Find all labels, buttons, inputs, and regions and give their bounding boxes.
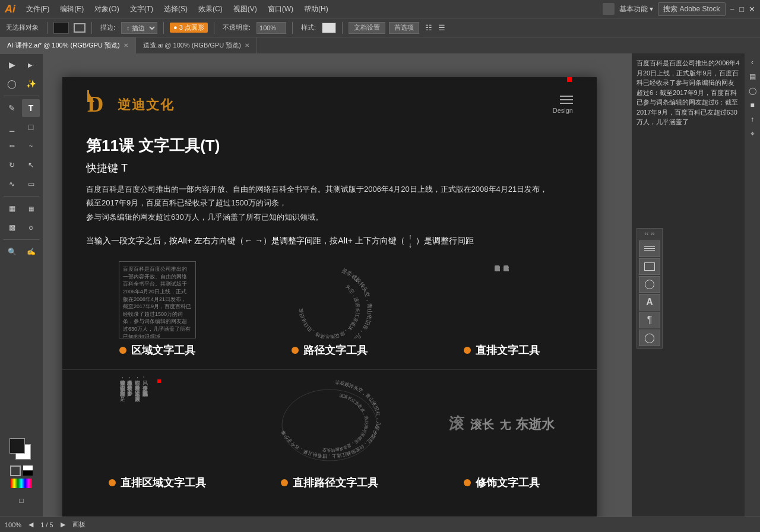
design-menu: Design [553,96,573,114]
align-icon[interactable]: ☰ [438,23,445,32]
style-swatch[interactable] [322,23,336,33]
mini-btn-rect[interactable] [639,258,660,275]
path-text-example: 是非成败转头空，青山依旧在，几度夕阳红。是非成败转 头空，滚滚长江东逝水，浪花淘… [246,261,413,357]
menu-select[interactable]: 选择(S) [159,3,192,15]
mini-btn-type-A[interactable]: A [639,294,660,311]
opacity-input[interactable] [256,22,286,34]
nav-prev[interactable]: ◀ [28,521,33,528]
chart-tool[interactable]: ▩ [3,218,21,236]
desc-block: 百度百科是百度公司推出的一部内容开放、自由的网络百科全书平台。其测试版于2006… [62,182,597,224]
color-spectrum[interactable] [11,479,32,488]
lasso-tool[interactable]: ◯ [3,75,21,93]
sep1 [47,22,48,34]
mini-collapse-icon[interactable]: ‹‹ [644,230,648,237]
rotate-tool[interactable]: ↻ [3,156,21,174]
tab-bar: AI-课件2.ai* @ 100% (RGB/GPU 预览) ✕ 送造.ai @… [0,37,760,53]
foreground-color[interactable] [10,438,25,454]
gradient-tool[interactable]: ▦ [3,200,21,217]
symbol-tool[interactable]: ⊙ [22,218,40,236]
workspace-label[interactable]: 基本功能 ▾ [619,4,653,14]
tab-2-close[interactable]: ✕ [245,42,249,49]
left-panel: ▶ ▶⋅ ◯ ✨ ✎ T ⎯ □ ✏ ~ ↻ ↖ ∿ ▭ ▦ ▦ ▩ ⊙ 🔍 ✍ [0,53,43,517]
none-swatch[interactable] [10,466,21,476]
page-info: 1 / 5 [40,521,53,528]
vert-area-col3: 依旧在，情看秋月桥。江东送迎水，浪花涛尽英 [134,376,141,465]
pen-tool[interactable]: ✎ [3,99,21,117]
mesh-tool[interactable]: ▦ [22,200,40,217]
artboard-label: 画板 [72,520,86,529]
sep4 [214,22,214,34]
vert-area-container: 非成败转头空，青山依旧在，几度夕阳红。是 白发渔樵江渚上，惯看秋月桥。古今多少事… [119,376,196,471]
menu-help[interactable]: 帮助(H) [299,3,333,15]
right-panel-collapse[interactable]: ‹ [749,56,756,69]
stock-search[interactable]: 搜索 Adobe Stock [658,2,725,16]
black-swatch[interactable] [23,471,33,476]
bw-swatches[interactable] [23,466,33,476]
mini-btn-circle[interactable] [639,276,660,293]
white-swatch[interactable] [23,466,33,470]
menu-object[interactable]: 对象(O) [90,3,124,15]
desc-line-2: 截至2017年9月，百度百科已经收录了超过1500万的词条， [86,198,287,207]
right-panel-icon2[interactable]: ◯ [746,84,759,97]
warp-tool[interactable]: ∿ [3,175,21,193]
artboard-tool[interactable]: □ [12,492,30,509]
select-tools: ▶ ▶⋅ [3,56,40,74]
mini-expand-icon[interactable]: ›› [651,230,655,237]
minimize-btn[interactable]: − [730,5,735,14]
path-text-svg: 是非成败转头空，青山依旧在，几度夕阳红。是非成败转 头空，滚滚长江东逝水，浪花淘… [270,261,389,338]
zoom-level[interactable]: 100% [5,521,21,528]
mini-btn-circle2[interactable]: ◯ [639,330,660,346]
zoom-tool[interactable]: 🔍 [3,243,21,261]
menu-edit[interactable]: 编辑(E) [55,3,88,15]
far-right-panel: 百度百科是百度公司推出的2006年4月20日上线，正式版年9月，百度百科已经收录… [632,53,745,517]
deco-char-gun2: 滚长 [470,418,494,431]
right-panel-icon5[interactable]: ⌖ [748,127,757,140]
tab-2-label: 送造.ai @ 100% (RGB/GPU 预览) [143,41,241,50]
right-panel-icon3[interactable]: ■ [748,99,756,112]
path-text-container: 是非成败转头空，青山依旧在，几度夕阳红。是非成败转 头空，滚滚长江东逝水，浪花淘… [270,261,389,338]
right-panel-icon4[interactable]: ↑ [748,113,756,126]
line-tool[interactable]: ⎯ [3,118,21,136]
magic-wand-tool[interactable]: ✨ [22,75,40,93]
tab-1-close[interactable]: ✕ [124,42,128,49]
right-panel-icon1[interactable]: ▤ [747,70,758,83]
menu-window[interactable]: 窗口(W) [263,3,298,15]
examples-row-bottom: 非成败转头空，青山依旧在，几度夕阳红。是 白发渔樵江渚上，惯看秋月桥。古今多少事… [62,376,597,490]
pencil-tool[interactable]: ✏ [3,137,21,155]
preferences-btn[interactable]: 首选项 [389,22,419,34]
free-transform-tool[interactable]: ▭ [22,175,40,193]
hamburger-icon[interactable] [560,96,573,104]
scale-tool[interactable]: ↖ [22,156,40,174]
stroke-color-swatch[interactable] [74,23,86,33]
smooth-tool[interactable]: ~ [22,137,40,155]
vert-path-label: 直排路径文字工具 [281,476,378,490]
selection-tool[interactable]: ▶ [3,56,21,74]
direct-select-tool[interactable]: ▶⋅ [22,56,40,74]
tool-divider-2 [4,196,39,197]
doc-settings-btn[interactable]: 文档设置 [349,22,385,34]
tab-1[interactable]: AI-课件2.ai* @ 100% (RGB/GPU 预览) ✕ [0,37,136,54]
color-section: □ [10,438,33,514]
arrange-icon[interactable]: ☷ [425,23,432,32]
shape-tool[interactable]: □ [22,118,40,136]
mini-btn-para[interactable]: ¶ [639,312,660,328]
menu-file[interactable]: 文件(F) [21,3,54,15]
fill-color-swatch[interactable] [53,22,69,34]
maximize-btn[interactable]: □ [739,5,744,14]
mini-btn-lines[interactable] [639,240,660,257]
hand-tool[interactable]: ✍ [22,243,40,261]
menu-text[interactable]: 文字(T) [125,3,158,15]
canvas-area: D 逆迪文化 [43,53,616,517]
stroke-select[interactable]: ↕ 描边 [121,22,157,34]
tab-2[interactable]: 送造.ai @ 100% (RGB/GPU 预览) ✕ [136,37,257,54]
path-text-name: 路径文字工具 [303,343,368,357]
app-logo: Ai [5,3,15,15]
menu-view[interactable]: 视图(V) [229,3,262,15]
canvas-scroll[interactable]: D 逆迪文化 [43,53,616,517]
type-tool[interactable]: T [22,99,40,117]
color-boxes[interactable] [10,438,33,462]
props-tools: ‹‹ ›› A [636,133,740,349]
menu-effect[interactable]: 效果(C) [194,3,227,15]
close-btn[interactable]: ✕ [749,5,755,14]
nav-next[interactable]: ▶ [61,521,65,528]
